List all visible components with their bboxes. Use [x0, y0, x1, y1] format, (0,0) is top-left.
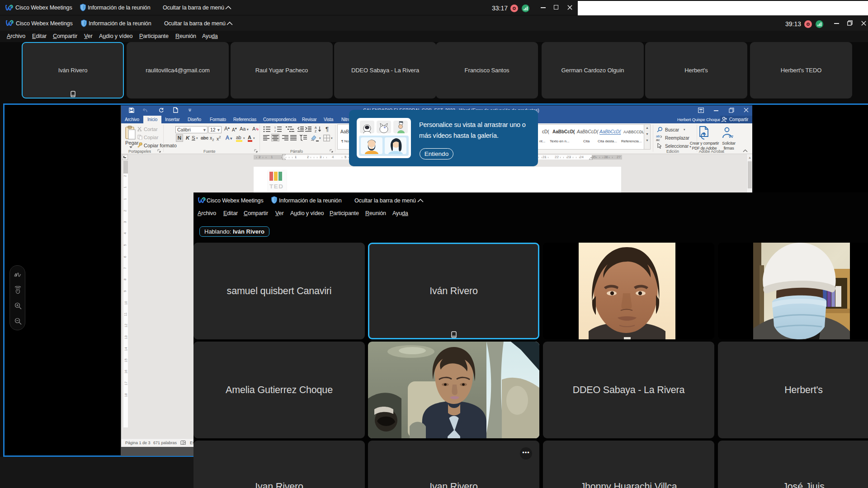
svg-text:A: A	[315, 126, 317, 129]
svg-text:ac: ac	[656, 138, 660, 141]
svg-text:1: 1	[274, 126, 276, 129]
svg-text:Z: Z	[315, 130, 317, 132]
svg-text:2: 2	[274, 130, 276, 132]
svg-text:A: A	[252, 126, 256, 131]
